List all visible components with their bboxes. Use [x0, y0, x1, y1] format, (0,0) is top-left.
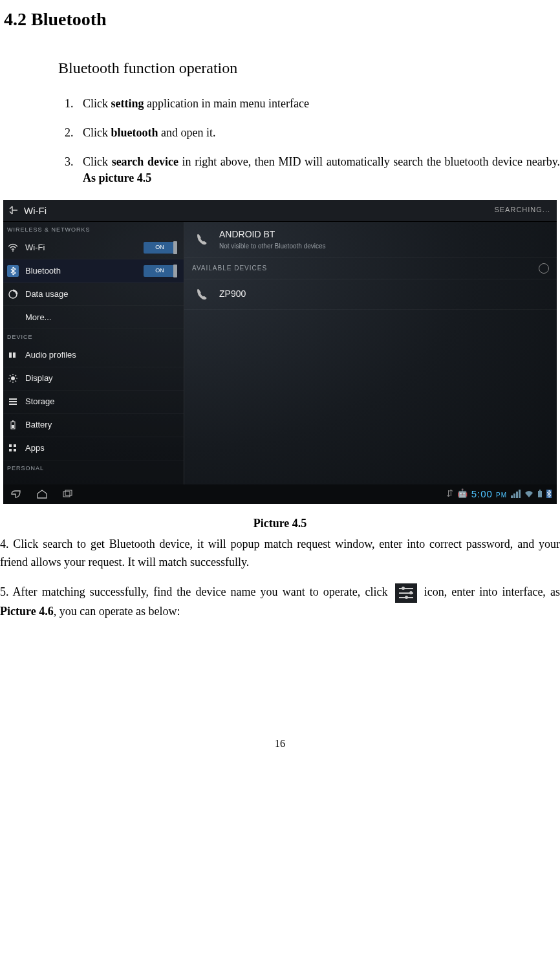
sidebar-bluetooth-label: Bluetooth [25, 265, 144, 277]
step-1-bold: setting [111, 97, 144, 110]
svg-rect-17 [9, 444, 12, 447]
svg-rect-11 [9, 398, 17, 400]
sidebar-item-bluetooth[interactable]: Bluetooth ON [3, 259, 184, 283]
display-icon [7, 373, 19, 384]
svg-point-2 [11, 376, 15, 380]
sidebar-wifi-label: Wi-Fi [25, 242, 144, 254]
svg-line-7 [10, 375, 11, 376]
back-icon[interactable] [8, 205, 19, 215]
para5-tail: , you can operate as below: [54, 605, 180, 618]
header-title: Wi-Fi [24, 204, 47, 217]
step-1-pre: Click [83, 97, 111, 110]
wifi-status-icon [524, 490, 533, 498]
section-subheading: Bluetooth function operation [58, 58, 560, 80]
wifi-toggle[interactable]: ON [144, 242, 176, 254]
step-3: Click search device in right above, then… [76, 154, 560, 186]
header-status-searching: SEARCHING... [494, 205, 557, 215]
sidebar-item-wifi[interactable]: Wi-Fi ON [3, 236, 184, 259]
svg-rect-15 [12, 420, 14, 422]
signal-icon [511, 490, 521, 498]
nav-back-button[interactable] [7, 488, 25, 501]
sidebar-section-personal: PERSONAL [3, 461, 184, 475]
bluetooth-icon [7, 265, 19, 277]
spinner-icon [539, 263, 549, 274]
sidebar-item-storage[interactable]: Storage [3, 391, 184, 414]
phone-icon [193, 286, 210, 303]
sidebar-item-data-usage[interactable]: Data usage [3, 283, 184, 306]
svg-rect-22 [65, 490, 72, 495]
svg-line-8 [16, 381, 17, 382]
phone-icon [193, 231, 210, 248]
para5-bold: Picture 4.6 [0, 605, 54, 618]
screenshot-header: Wi-Fi SEARCHING... [3, 200, 557, 222]
svg-rect-24 [539, 490, 541, 491]
sidebar-section-device: DEVICE [3, 329, 184, 344]
svg-rect-18 [14, 444, 16, 447]
svg-line-10 [16, 375, 17, 376]
bt-local-device-row[interactable]: ANDROID BT Not visible to other Bluetoot… [184, 222, 557, 259]
step-2-post: and open it. [158, 126, 216, 139]
android-icon: 🤖 [457, 488, 468, 499]
bluetooth-toggle[interactable]: ON [144, 265, 176, 277]
para5-post: icon, enter into interface, as [424, 585, 560, 598]
sidebar-item-apps[interactable]: Apps [3, 437, 184, 461]
system-navbar: ⇵ 🤖 5:00 PM [3, 484, 557, 504]
step-3-pre: Click [83, 155, 112, 168]
sidebar-item-battery[interactable]: Battery [3, 414, 184, 437]
available-device-name: ZP900 [219, 288, 246, 301]
sidebar-data-label: Data usage [25, 288, 180, 300]
sidebar-battery-label: Battery [25, 419, 180, 431]
step-3-bold: search device [112, 155, 178, 168]
sidebar-item-more[interactable]: More... [3, 306, 184, 329]
battery-status-icon [537, 490, 543, 498]
sliders-icon [395, 583, 417, 603]
sidebar-item-display[interactable]: Display [3, 367, 184, 391]
sidebar-item-audio[interactable]: Audio profiles [3, 344, 184, 367]
step-1-post: application in main menu interface [144, 97, 309, 110]
screenshot-figure: Wi-Fi SEARCHING... WIRELESS & NETWORKS W… [3, 200, 557, 504]
available-device-row[interactable]: ZP900 [184, 279, 557, 310]
para5-pre: 5. After matching successfully, find the… [0, 585, 393, 598]
settings-sidebar: WIRELESS & NETWORKS Wi-Fi ON Bluetooth O… [3, 222, 184, 484]
paragraph-5: 5. After matching successfully, find the… [0, 583, 560, 621]
svg-line-9 [10, 381, 11, 382]
sidebar-audio-label: Audio profiles [25, 349, 180, 361]
wifi-icon [7, 242, 19, 254]
section-heading: 4.2 Bluetooth [4, 6, 560, 32]
status-bar: ⇵ 🤖 5:00 PM [446, 487, 557, 501]
svg-rect-21 [63, 492, 70, 497]
svg-rect-16 [12, 425, 14, 428]
battery-icon [7, 419, 19, 431]
data-usage-icon [7, 288, 19, 300]
svg-rect-20 [14, 449, 16, 451]
nav-home-button[interactable] [33, 488, 51, 501]
step-2-pre: Click [83, 126, 111, 139]
figure-caption: Picture 4.5 [0, 515, 560, 532]
nav-recent-button[interactable] [59, 488, 77, 501]
available-devices-label: AVAILABLE DEVICES [192, 264, 267, 273]
bt-device-subtitle: Not visible to other Bluetooth devices [219, 242, 326, 251]
status-time: 5:00 PM [471, 487, 507, 501]
sidebar-display-label: Display [25, 373, 180, 384]
bluetooth-status-icon [546, 490, 552, 498]
step-2-bold: bluetooth [111, 126, 158, 139]
bt-device-name: ANDROID BT [219, 228, 326, 241]
paragraph-4: 4. Click search to get Bluetooth device,… [0, 536, 560, 572]
svg-rect-12 [9, 401, 17, 402]
status-icon: ⇵ [446, 488, 453, 499]
sidebar-section-networks: WIRELESS & NETWORKS [3, 222, 184, 237]
step-1: Click setting application in main menu i… [76, 96, 560, 112]
sidebar-storage-label: Storage [25, 396, 180, 407]
svg-rect-13 [9, 404, 17, 405]
svg-point-0 [12, 250, 14, 252]
step-3-bold2: As picture 4.5 [83, 171, 151, 184]
svg-rect-19 [9, 449, 12, 451]
sidebar-more-label: More... [25, 312, 180, 323]
available-devices-header: AVAILABLE DEVICES [184, 258, 557, 279]
steps-list: Click setting application in main menu i… [76, 96, 560, 187]
svg-rect-23 [538, 491, 542, 497]
storage-icon [7, 396, 19, 407]
apps-icon [7, 442, 19, 454]
sidebar-apps-label: Apps [25, 442, 180, 454]
screenshot-main: ANDROID BT Not visible to other Bluetoot… [184, 222, 557, 484]
